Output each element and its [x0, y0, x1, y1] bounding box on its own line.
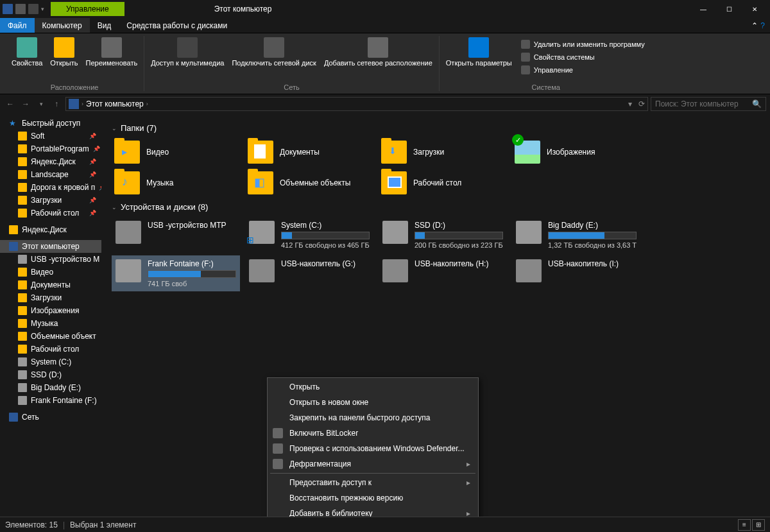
ribbon-collapse-icon[interactable]: ⌃: [751, 21, 758, 30]
properties-button[interactable]: Свойства: [10, 36, 44, 82]
folder-item[interactable]: Видео: [112, 138, 240, 166]
maximize-button[interactable]: ☐: [716, 0, 742, 18]
sidebar-item[interactable]: Big Daddy (E:): [0, 381, 101, 394]
sidebar-quick-access[interactable]: ★Быстрый доступ: [0, 117, 101, 130]
drive-item[interactable]: System (C:)412 ГБ свободно из 465 ГБ: [245, 217, 373, 253]
folder-label: Объемные объекты: [280, 178, 350, 187]
rename-button[interactable]: Переименовать: [85, 36, 139, 82]
folder-icon: [18, 332, 27, 341]
drive-item[interactable]: USB-накопитель (G:): [245, 255, 373, 291]
menu-item[interactable]: Закрепить на панели быстрого доступа: [268, 410, 478, 425]
tab-drive-tools[interactable]: Средства работы с дисками: [119, 18, 235, 33]
sidebar-item[interactable]: Frank Fontaine (F:): [0, 394, 101, 407]
tab-file[interactable]: Файл: [0, 18, 35, 33]
sidebar-yandex-disk[interactable]: Яндекс.Диск: [0, 223, 101, 236]
ribbon-tabs: Файл Компьютер Вид Средства работы с дис…: [0, 18, 770, 33]
up-button[interactable]: ↑: [50, 98, 63, 110]
breadcrumb[interactable]: › Этот компьютер › ▾ ⟳: [65, 97, 648, 111]
app-icon[interactable]: [3, 4, 13, 14]
uninstall-program-button[interactable]: Удалить или изменить программу: [518, 39, 647, 50]
yadisk-icon: [18, 157, 27, 166]
menu-item[interactable]: Проверка с использованием Windows Defend…: [268, 441, 478, 456]
drive-item[interactable]: USB-накопитель (H:): [379, 255, 507, 291]
map-drive-button[interactable]: Подключить сетевой диск: [230, 36, 317, 82]
uninstall-icon: [521, 40, 530, 49]
drive-free-text: 1,32 ТБ свободно из 3,63 ТБ: [548, 241, 637, 249]
pin-icon: 📌: [93, 146, 100, 152]
sidebar-this-pc[interactable]: Этот компьютер: [0, 240, 101, 253]
menu-item[interactable]: Включить BitLocker: [268, 425, 478, 441]
menu-item[interactable]: Восстановить прежнюю версию: [268, 490, 478, 506]
folder-item[interactable]: Объемные объекты: [245, 169, 373, 197]
sidebar-item[interactable]: Рабочий стол📌: [0, 207, 101, 219]
drive-item[interactable]: Frank Fontaine (F:)741 ГБ своб: [112, 255, 240, 291]
folder-item[interactable]: Документы: [245, 138, 373, 166]
forward-button[interactable]: →: [19, 98, 32, 110]
sidebar-network[interactable]: Сеть: [0, 411, 101, 424]
minimize-button[interactable]: —: [690, 0, 716, 18]
sidebar-item[interactable]: Загрузки: [0, 291, 101, 304]
pin-icon: 📌: [89, 133, 96, 139]
open-button[interactable]: Открыть: [49, 36, 79, 82]
menu-item[interactable]: Открыть в новом окне: [268, 395, 478, 410]
sidebar-item[interactable]: Яндекс.Диск📌: [0, 155, 101, 168]
section-header-drives[interactable]: ⌄Устройства и диски (8): [112, 202, 760, 212]
navigation-pane: ★Быстрый доступ Soft📌PortableProgram📌Янд…: [0, 113, 101, 517]
manage-button[interactable]: Управление: [518, 64, 647, 76]
dropdown-icon[interactable]: ▾: [628, 99, 632, 108]
help-icon[interactable]: ?: [760, 21, 765, 30]
view-tiles-button[interactable]: ⊞: [752, 519, 765, 531]
close-button[interactable]: ✕: [742, 0, 767, 18]
drive-label: USB-накопитель (H:): [415, 259, 503, 268]
qat-button[interactable]: [28, 4, 38, 14]
qat-button[interactable]: [15, 4, 26, 14]
media-access-button[interactable]: Доступ к мультимедиа: [150, 36, 225, 82]
sidebar-item[interactable]: Документы: [0, 279, 101, 291]
menu-item[interactable]: Открыть: [268, 379, 478, 395]
tab-computer[interactable]: Компьютер: [35, 18, 90, 33]
add-netloc-button[interactable]: Добавить сетевое расположение: [323, 36, 434, 82]
qat-dropdown-icon[interactable]: ▾: [41, 6, 44, 12]
sidebar-item[interactable]: System (C:): [0, 356, 101, 368]
recent-dropdown[interactable]: ▾: [35, 98, 47, 110]
drive-item[interactable]: SSD (D:)200 ГБ свободно из 223 ГБ: [379, 217, 507, 253]
sidebar-item[interactable]: SSD (D:): [0, 368, 101, 381]
folder-item[interactable]: Рабочий стол: [379, 169, 507, 197]
sidebar-item[interactable]: Объемные объект: [0, 330, 101, 343]
menu-item[interactable]: Добавить в библиотеку▸: [268, 506, 478, 517]
sidebar-item[interactable]: Рабочий стол: [0, 343, 101, 356]
search-input[interactable]: Поиск: Этот компьютер 🔍: [651, 97, 766, 111]
sidebar-item[interactable]: Landscape📌: [0, 168, 101, 181]
sidebar-item[interactable]: Дорога к яровой п📌: [0, 181, 101, 194]
sidebar-item[interactable]: PortableProgram📌: [0, 142, 101, 155]
sidebar-item[interactable]: Музыка: [0, 317, 101, 330]
sidebar-item[interactable]: Soft📌: [0, 130, 101, 142]
tab-view[interactable]: Вид: [90, 18, 119, 33]
sidebar-item[interactable]: Изображения: [0, 304, 101, 317]
sidebar-item[interactable]: USB -устройство M: [0, 253, 101, 266]
folder-item[interactable]: Музыка: [112, 169, 240, 197]
refresh-icon[interactable]: ⟳: [638, 99, 645, 108]
sidebar-item[interactable]: Загрузки📌: [0, 194, 101, 207]
folder-item[interactable]: Изображения: [512, 138, 640, 166]
drive-item[interactable]: Big Daddy (E:)1,32 ТБ свободно из 3,63 Т…: [512, 217, 640, 253]
system-properties-button[interactable]: Свойства системы: [518, 51, 647, 63]
sidebar-item[interactable]: Видео: [0, 266, 101, 279]
menu-item[interactable]: Дефрагментация▸: [268, 456, 478, 472]
folder-icon: [18, 280, 27, 289]
submenu-arrow-icon: ▸: [466, 509, 470, 517]
folder-item[interactable]: Загрузки: [379, 138, 507, 166]
ribbon-group-label: Система: [532, 82, 560, 91]
section-header-folders[interactable]: ⌄Папки (7): [112, 123, 760, 133]
menu-item[interactable]: Предоставить доступ к▸: [268, 475, 478, 490]
ribbon-tab-manage[interactable]: Управление: [51, 2, 124, 16]
breadcrumb-item: Этот компьютер: [86, 99, 144, 108]
open-settings-button[interactable]: Открыть параметры: [445, 36, 513, 82]
folder-label: Видео: [146, 148, 169, 157]
back-button[interactable]: ←: [4, 98, 17, 110]
usage-bar: [415, 232, 503, 239]
drive-item[interactable]: USB-накопитель (I:): [512, 255, 640, 291]
view-details-button[interactable]: ≡: [738, 519, 751, 531]
drive-item[interactable]: USB -устройство MTP: [112, 217, 240, 253]
netloc-icon: [368, 37, 388, 58]
